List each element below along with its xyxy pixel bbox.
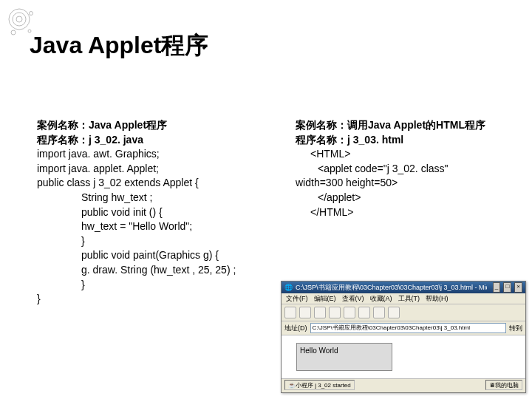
right-case-name: 调用Java Applet的HTML程序: [347, 119, 485, 131]
left-prog-name: j 3_02. java: [89, 134, 143, 146]
browser-statusbar: ☕ 小程序 j 3_02 started 🖥 我的电脑: [282, 378, 525, 391]
address-label: 地址(D): [284, 324, 307, 333]
svg-point-2: [16, 16, 22, 22]
minimize-button[interactable]: _: [493, 282, 501, 293]
menu-tools[interactable]: 工具(T): [398, 294, 420, 304]
applet-area: Hello World: [296, 343, 392, 371]
html-line: <applet code="j 3_02. class": [296, 162, 517, 177]
browser-title: C:\JSP\书籍应用教程\03Chapter03\03Chapter03\j …: [296, 283, 487, 293]
html-line: width=300 height=50>: [296, 176, 517, 191]
browser-window: 🌐 C:\JSP\书籍应用教程\03Chapter03\03Chapter03\…: [281, 281, 526, 393]
code-line: import java. applet. Applet;: [37, 162, 296, 177]
close-button[interactable]: ×: [514, 282, 522, 293]
left-prog-label: 程序名称：: [37, 134, 89, 146]
menu-help[interactable]: 帮助(H): [426, 294, 449, 304]
code-line: }: [37, 292, 296, 307]
stop-button[interactable]: [314, 307, 326, 318]
forward-button[interactable]: [299, 307, 311, 318]
browser-menubar: 文件(F) 编辑(E) 查看(V) 收藏(A) 工具(T) 帮助(H): [282, 293, 525, 304]
browser-content: Hello World: [282, 335, 525, 378]
menu-edit[interactable]: 编辑(E): [314, 294, 336, 304]
status-left-text: 小程序 j 3_02 started: [296, 381, 351, 389]
left-case-name: Java Applet程序: [89, 119, 167, 131]
svg-point-3: [30, 12, 33, 16]
code-line: String hw_text ;: [37, 191, 296, 205]
browser-toolbar: [282, 304, 525, 321]
status-right: 🖥 我的电脑: [485, 380, 522, 390]
back-button[interactable]: [284, 307, 296, 318]
left-case-label: 案例名称：: [37, 119, 89, 131]
ie-icon: 🌐: [284, 284, 293, 291]
code-line: }: [37, 278, 296, 293]
svg-point-4: [11, 30, 16, 35]
code-line: public void init () {: [37, 205, 296, 220]
applet-text: Hello World: [300, 347, 338, 355]
status-left: ☕ 小程序 j 3_02 started: [284, 380, 355, 390]
right-code-block: 案例名称：调用Java Applet的HTML程序 程序名称：j 3_03. h…: [296, 118, 517, 219]
left-code-block: 案例名称：Java Applet程序 程序名称：j 3_02. java imp…: [37, 118, 296, 307]
code-line: }: [37, 234, 296, 249]
computer-icon: 🖥: [489, 382, 495, 389]
code-line: public class j 3_02 extends Applet {: [37, 176, 296, 191]
code-line: public void paint(Graphics g) {: [37, 248, 296, 263]
svg-point-0: [9, 9, 30, 30]
home-button[interactable]: [344, 307, 355, 318]
html-line: <HTML>: [296, 147, 517, 162]
history-button[interactable]: [388, 307, 400, 318]
right-prog-label: 程序名称：: [296, 134, 347, 146]
status-right-text: 我的电脑: [495, 381, 519, 389]
code-line: import java. awt. Graphics;: [37, 147, 296, 162]
code-line: hw_text = "Hello World";: [37, 219, 296, 234]
right-prog-name: j 3_03. html: [347, 134, 403, 146]
svg-point-1: [13, 13, 26, 26]
right-case-label: 案例名称：: [296, 119, 347, 131]
browser-titlebar: 🌐 C:\JSP\书籍应用教程\03Chapter03\03Chapter03\…: [282, 282, 525, 293]
applet-icon: ☕: [288, 382, 296, 389]
menu-view[interactable]: 查看(V): [342, 294, 364, 304]
favorites-button[interactable]: [373, 307, 385, 318]
page-title: Java Applet程序: [30, 30, 208, 62]
search-button[interactable]: [358, 307, 370, 318]
address-input[interactable]: C:\JSP\书籍应用教程\03Chapter03\03Chapter03\j …: [310, 323, 507, 333]
code-line: g. draw. String (hw_text , 25, 25) ;: [37, 263, 296, 278]
html-line: </applet>: [296, 191, 517, 205]
browser-addressbar: 地址(D) C:\JSP\书籍应用教程\03Chapter03\03Chapte…: [282, 321, 525, 335]
menu-file[interactable]: 文件(F): [286, 294, 308, 304]
go-button[interactable]: 转到: [509, 324, 522, 333]
html-line: </HTML>: [296, 205, 517, 220]
menu-fav[interactable]: 收藏(A): [370, 294, 392, 304]
refresh-button[interactable]: [329, 307, 341, 318]
maximize-button[interactable]: □: [503, 282, 511, 293]
